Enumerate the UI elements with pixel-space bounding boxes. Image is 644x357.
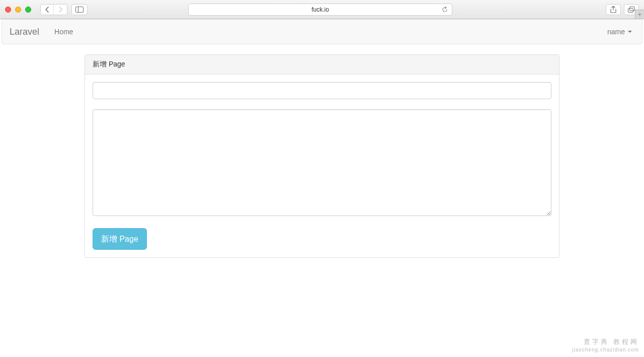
sidebar-icon — [75, 7, 84, 13]
window-controls — [5, 7, 31, 13]
watermark: 查字典 教程网 jiaocheng.chazidian.com — [572, 338, 639, 353]
close-window-button[interactable] — [5, 7, 11, 13]
browser-right-controls — [606, 4, 639, 15]
reload-icon — [442, 7, 448, 13]
chevron-down-icon — [628, 31, 632, 33]
user-dropdown[interactable]: name — [607, 28, 634, 36]
minimize-window-button[interactable] — [15, 7, 21, 13]
chevron-right-icon — [58, 7, 62, 13]
create-page-panel: 新增 Page 新增 Page — [85, 54, 559, 258]
panel-body: 新增 Page — [85, 75, 559, 257]
chevron-left-icon — [45, 7, 49, 13]
tabs-icon — [628, 7, 635, 13]
share-icon — [610, 6, 616, 13]
back-button[interactable] — [41, 5, 54, 15]
svg-rect-3 — [630, 7, 635, 11]
main-container: 新增 Page 新增 Page — [85, 54, 559, 258]
panel-heading: 新增 Page — [85, 55, 559, 75]
brand-link[interactable]: Laravel — [10, 27, 39, 37]
address-bar[interactable]: fuck.io — [188, 4, 452, 16]
plus-icon: + — [638, 11, 642, 18]
watermark-line1: 查字典 教程网 — [572, 338, 639, 346]
title-input[interactable] — [93, 82, 551, 99]
user-name-label: name — [607, 28, 625, 36]
url-text: fuck.io — [311, 6, 329, 13]
sidebar-toggle-button[interactable] — [71, 4, 88, 15]
svg-rect-2 — [628, 8, 633, 12]
svg-rect-0 — [76, 7, 84, 12]
maximize-window-button[interactable] — [25, 7, 31, 13]
reload-button[interactable] — [442, 7, 448, 13]
nav-home-link[interactable]: Home — [47, 28, 80, 36]
submit-button[interactable]: 新增 Page — [93, 228, 147, 250]
new-tab-button[interactable]: + — [635, 10, 644, 19]
app-navbar: Laravel Home name — [2, 19, 642, 44]
share-button[interactable] — [606, 4, 621, 15]
body-textarea[interactable] — [93, 109, 551, 216]
browser-toolbar: fuck.io + — [0, 0, 644, 19]
watermark-line2: jiaocheng.chazidian.com — [572, 346, 639, 353]
forward-button[interactable] — [54, 5, 67, 15]
nav-button-group — [40, 4, 67, 15]
